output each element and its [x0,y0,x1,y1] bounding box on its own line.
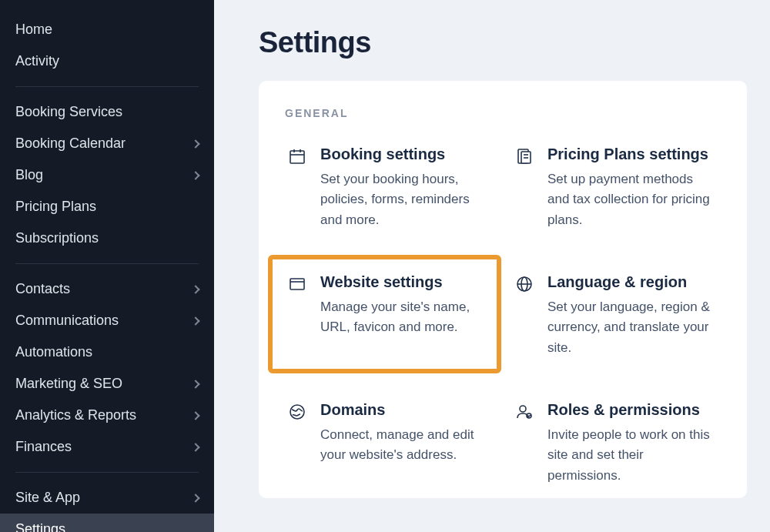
sidebar-item-site-app[interactable]: Site & App [0,482,214,514]
window-icon [288,275,306,293]
pricing-icon [515,147,534,166]
svg-rect-0 [290,151,304,163]
sidebar-item-label: Booking Calendar [15,136,126,152]
sidebar: HomeActivityBooking ServicesBooking Cale… [0,0,214,532]
sidebar-item-label: Communications [15,313,119,329]
sidebar-item-automations[interactable]: Automations [0,336,214,368]
sidebar-item-communications[interactable]: Communications [0,305,214,336]
main-content: Settings GENERAL Booking settingsSet you… [214,0,770,532]
sidebar-item-label: Activity [15,53,59,69]
tile-description: Manage your site's name, URL, favicon an… [320,297,490,338]
settings-tile-website-settings[interactable]: Website settingsManage your site's name,… [285,269,494,363]
sidebar-item-home[interactable]: Home [0,14,214,45]
page-title: Settings [259,26,747,59]
sidebar-item-label: Contacts [15,281,70,297]
sidebar-item-settings[interactable]: Settings [0,514,214,532]
sidebar-item-marketing-seo[interactable]: Marketing & SEO [0,368,214,400]
svg-point-13 [290,405,304,419]
chevron-right-icon [191,411,199,420]
chevron-right-icon [191,443,199,451]
sidebar-item-finances[interactable]: Finances [0,431,214,463]
tile-texts: Booking settingsSet your booking hours, … [320,146,490,230]
sidebar-item-label: Subscriptions [15,230,99,246]
sidebar-item-contacts[interactable]: Contacts [0,273,214,305]
svg-point-14 [520,406,526,412]
tile-description: Connect, manage and edit your website's … [320,425,490,466]
settings-tile-pricing-plans-settings[interactable]: Pricing Plans settingsSet up payment met… [512,141,721,235]
svg-rect-8 [290,279,304,289]
globe-icon [515,275,534,293]
roles-icon [515,403,534,421]
tile-texts: Roles & permissionsInvite people to work… [547,401,718,486]
calendar-icon [288,147,306,166]
chevron-right-icon [191,380,199,388]
chevron-right-icon [191,139,199,148]
tile-title: Pricing Plans settings [547,146,718,163]
tile-texts: Pricing Plans settingsSet up payment met… [547,146,718,230]
chevron-right-icon [191,494,199,502]
sidebar-item-booking-calendar[interactable]: Booking Calendar [0,128,214,159]
tile-description: Set up payment methods and tax collectio… [547,169,718,230]
sidebar-item-label: Finances [15,439,72,455]
sidebar-divider [15,472,199,473]
tile-texts: Language & regionSet your language, regi… [547,273,718,358]
tile-description: Set your language, region & currency, an… [547,297,718,358]
settings-tile-booking-settings[interactable]: Booking settingsSet your booking hours, … [285,141,494,235]
settings-tile-language-region[interactable]: Language & regionSet your language, regi… [512,269,721,363]
tile-description: Invite people to work on this site and s… [547,425,718,486]
sidebar-item-label: Analytics & Reports [15,407,136,423]
sidebar-item-analytics-reports[interactable]: Analytics & Reports [0,400,214,431]
tile-title: Domains [320,401,490,419]
earth-icon [288,403,306,421]
sidebar-item-label: Pricing Plans [15,199,96,215]
sidebar-item-activity[interactable]: Activity [0,45,214,77]
sidebar-item-blog[interactable]: Blog [0,159,214,191]
tile-title: Website settings [320,273,490,291]
tile-description: Set your booking hours, policies, forms,… [320,169,490,230]
settings-grid: Booking settingsSet your booking hours, … [285,141,721,490]
sidebar-divider [15,263,199,264]
chevron-right-icon [191,171,199,179]
chevron-right-icon [191,285,199,293]
sidebar-item-subscriptions[interactable]: Subscriptions [0,223,214,254]
sidebar-item-label: Booking Services [15,104,122,120]
sidebar-divider [15,86,199,87]
settings-tile-roles-permissions[interactable]: Roles & permissionsInvite people to work… [512,396,721,490]
sidebar-item-label: Home [15,22,52,38]
tile-title: Booking settings [320,146,490,163]
sidebar-item-booking-services[interactable]: Booking Services [0,96,214,128]
sidebar-item-label: Marketing & SEO [15,376,122,392]
sidebar-item-label: Settings [15,521,65,532]
settings-card: GENERAL Booking settingsSet your booking… [259,81,747,498]
settings-tile-domains[interactable]: DomainsConnect, manage and edit your web… [285,396,494,490]
sidebar-item-label: Site & App [15,490,80,506]
tile-texts: Website settingsManage your site's name,… [320,273,490,338]
sidebar-item-label: Automations [15,344,92,360]
sidebar-item-label: Blog [15,167,43,183]
tile-title: Roles & permissions [547,401,718,419]
sidebar-item-pricing-plans[interactable]: Pricing Plans [0,191,214,223]
chevron-right-icon [191,316,199,325]
section-label-general: GENERAL [285,107,721,119]
tile-texts: DomainsConnect, manage and edit your web… [320,401,490,466]
tile-title: Language & region [547,273,718,291]
